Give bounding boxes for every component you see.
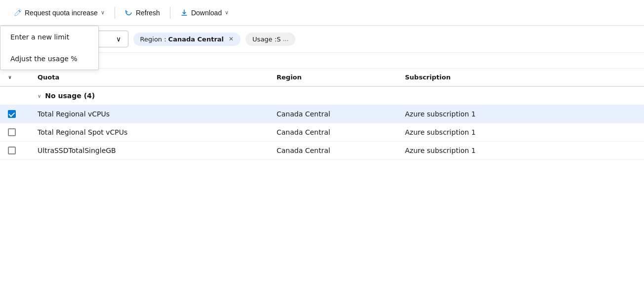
group-label: No usage (4)	[45, 92, 95, 100]
pencil-icon	[14, 9, 22, 17]
cell-region-2: Canada Central	[269, 128, 397, 136]
quota-value-1: Total Regional vCPUs	[38, 110, 110, 118]
table-header: ∨ Quota Region Subscription	[0, 69, 644, 87]
request-quota-label: Request quota increase	[25, 9, 98, 17]
cell-checkbox-1[interactable]	[0, 110, 30, 118]
cell-region-3: Canada Central	[269, 147, 397, 154]
cell-subscription-3: Azure subscription 1	[397, 147, 545, 154]
toolbar-divider-1	[115, 7, 115, 19]
header-subscription: Subscription	[397, 74, 545, 81]
request-quota-button[interactable]: Request quota increase ∨	[8, 6, 111, 20]
region-value-3: Canada Central	[277, 147, 330, 154]
download-icon	[180, 9, 188, 17]
cell-quota-2: Total Regional Spot vCPUs	[30, 128, 269, 136]
table-row-3: UltraSSDTotalSingleGB Canada Central Azu…	[0, 142, 644, 160]
table-row-1: Total Regional vCPUs Canada Central Azur…	[0, 105, 644, 123]
header-extra	[545, 74, 644, 81]
cell-subscription-2: Azure subscription 1	[397, 128, 545, 136]
region-close-icon[interactable]: ✕	[229, 36, 234, 42]
refresh-label: Refresh	[136, 9, 160, 17]
group-expand-icon[interactable]: ∨	[38, 93, 41, 99]
cell-extra-2	[545, 128, 644, 136]
checkbox-1[interactable]	[8, 110, 16, 118]
group-sub-cell	[397, 92, 545, 100]
dropdown-item-enter-new-limit[interactable]: Enter a new limit	[0, 26, 98, 48]
download-button[interactable]: Download ∨	[174, 6, 235, 20]
region-label: Region :	[140, 36, 166, 43]
group-label-cell: ∨ No usage (4)	[30, 92, 269, 100]
group-no-usage: ∨ No usage (4)	[0, 87, 644, 105]
usage-label: Usage :	[252, 36, 277, 43]
compute-chevron-icon: ∨	[116, 35, 121, 43]
subscription-column-label: Subscription	[405, 74, 450, 81]
toolbar-divider-2	[170, 7, 170, 19]
checkbox-2[interactable]	[8, 128, 16, 136]
quota-column-label: Quota	[38, 74, 59, 81]
usage-filter-badge[interactable]: Usage : S …	[245, 33, 295, 46]
header-chevron-icon[interactable]: ∨	[8, 75, 12, 80]
region-value-1: Canada Central	[277, 110, 330, 118]
cell-extra-3	[545, 147, 644, 154]
header-quota: Quota	[30, 74, 269, 81]
cell-extra-1	[545, 110, 644, 118]
dropdown-item-adjust-usage[interactable]: Adjust the usage %	[0, 48, 98, 70]
subscription-value-3: Azure subscription 1	[405, 147, 476, 154]
region-filter-badge[interactable]: Region : Canada Central ✕	[133, 33, 241, 46]
group-indent	[0, 92, 30, 100]
header-select: ∨	[0, 74, 30, 81]
table-container: ∨ Quota Region Subscription ∨ No usage (…	[0, 69, 644, 160]
region-value-2: Canada Central	[277, 128, 330, 136]
table-row-2: Total Regional Spot vCPUs Canada Central…	[0, 123, 644, 142]
cell-quota-3: UltraSSDTotalSingleGB	[30, 147, 269, 154]
cell-checkbox-3[interactable]	[0, 147, 30, 154]
request-quota-dropdown: Enter a new limit Adjust the usage %	[0, 26, 99, 70]
cell-subscription-1: Azure subscription 1	[397, 110, 545, 118]
usage-ellipsis-icon: …	[282, 36, 288, 42]
toolbar: Request quota increase ∨ Refresh Downloa…	[0, 0, 644, 26]
group-region-cell	[269, 92, 397, 100]
cell-region-1: Canada Central	[269, 110, 397, 118]
quota-value-2: Total Regional Spot vCPUs	[38, 128, 127, 136]
download-chevron-icon: ∨	[225, 9, 229, 16]
subscription-value-2: Azure subscription 1	[405, 128, 476, 136]
cell-quota-1: Total Regional vCPUs	[30, 110, 269, 118]
group-extra-cell	[545, 92, 644, 100]
request-quota-chevron-icon: ∨	[101, 9, 105, 16]
cell-checkbox-2[interactable]	[0, 128, 30, 136]
download-label: Download	[191, 9, 222, 17]
checkbox-3[interactable]	[8, 147, 16, 154]
refresh-button[interactable]: Refresh	[119, 6, 166, 20]
quota-value-3: UltraSSDTotalSingleGB	[38, 147, 116, 154]
region-value: Canada Central	[168, 36, 224, 43]
subscription-value-1: Azure subscription 1	[405, 110, 476, 118]
usage-value: S	[277, 36, 281, 43]
header-region: Region	[269, 74, 397, 81]
refresh-icon	[125, 9, 133, 17]
region-column-label: Region	[277, 74, 302, 81]
